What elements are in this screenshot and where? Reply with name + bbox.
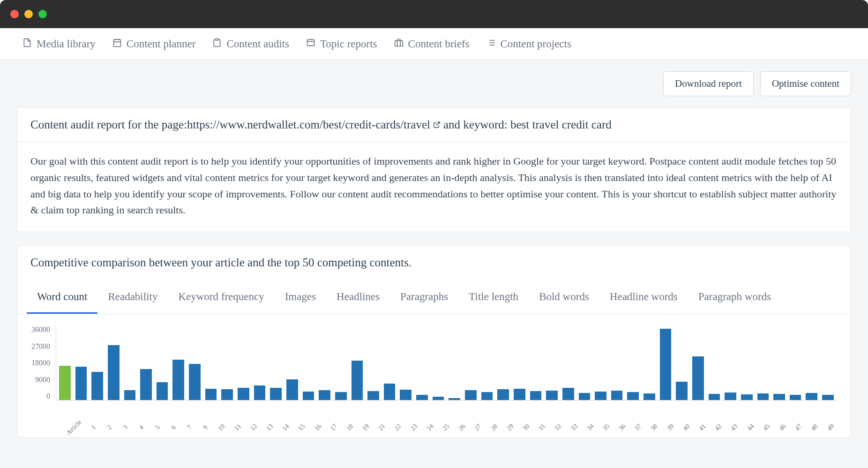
x-tick: 22 [391,421,404,434]
x-tick: 45 [760,421,773,434]
tab-images[interactable]: Images [275,281,326,314]
svg-rect-7 [395,40,403,46]
x-tick: 48 [808,421,821,434]
x-tick: 24 [423,421,436,434]
top-nav: Media libraryContent plannerContent audi… [0,28,868,60]
x-tick: 16 [311,421,324,434]
chart-bar[interactable] [238,388,249,400]
tab-bold-words[interactable]: Bold words [529,281,599,314]
chart-bar[interactable] [790,395,801,400]
chart-bar[interactable] [644,393,655,400]
tab-title-length[interactable]: Title length [458,281,529,314]
close-window-icon[interactable] [10,10,19,18]
chart-bar[interactable] [757,393,769,400]
chart-bar[interactable] [367,391,379,400]
chart-bar[interactable] [189,364,201,400]
chart-bar[interactable] [449,398,460,400]
chart-bar[interactable] [124,390,136,400]
x-tick: 35 [599,421,613,434]
chart-bar[interactable] [595,392,606,400]
chart-bar[interactable] [611,391,623,400]
comparison-tabs: Word countReadabilityKeyword frequencyIm… [17,281,851,314]
chart-bar[interactable] [335,392,347,400]
external-link-icon[interactable] [433,121,441,128]
chart-bar[interactable] [319,390,330,400]
clipboard-icon [212,38,222,50]
maximize-window-icon[interactable] [38,10,47,18]
chart-bar[interactable] [157,382,168,400]
chart-bar[interactable] [773,394,785,400]
chart-bar[interactable] [579,393,591,400]
chart-bar[interactable] [514,389,525,400]
tab-word-count[interactable]: Word count [27,281,97,314]
nav-item-label: Content planner [127,38,196,50]
chart-bar[interactable] [497,389,509,400]
tab-headlines[interactable]: Headlines [326,281,390,314]
tab-paragraphs[interactable]: Paragraphs [390,281,458,314]
tab-readability[interactable]: Readability [97,281,168,314]
report-intro: Our goal with this content audit report … [17,142,851,232]
svg-rect-5 [307,39,314,45]
tab-keyword-frequency[interactable]: Keyword frequency [168,281,274,314]
x-tick: 3 [119,421,132,434]
nav-item-content-audits[interactable]: Content audits [212,38,289,50]
chart-bar[interactable] [741,394,753,400]
chart-bar[interactable] [806,393,817,400]
x-tick: 10 [215,421,228,434]
chart-bar[interactable] [270,388,282,400]
chart-bar[interactable] [108,345,120,400]
chart-bar[interactable] [140,369,152,400]
nav-item-content-briefs[interactable]: Content briefs [394,38,470,50]
chart-bar[interactable] [709,394,720,400]
chart-bar[interactable] [692,356,704,400]
chart-bar[interactable] [59,366,71,400]
tab-paragraph-words[interactable]: Paragraph words [688,281,781,314]
chart-bar[interactable] [433,397,444,400]
x-tick: 5 [151,421,164,434]
nav-item-label: Topic reports [320,38,377,50]
tab-headline-words[interactable]: Headline words [599,281,688,314]
x-tick: 36 [616,421,629,434]
chart-bar[interactable] [530,391,542,400]
nav-item-content-planner[interactable]: Content planner [112,38,196,50]
chart-bar[interactable] [221,389,233,400]
chart-bar[interactable] [822,395,834,400]
chart-bar[interactable] [465,390,477,400]
chart-plot-area [56,325,837,400]
nav-item-content-projects[interactable]: Content projects [486,38,571,50]
chart-bar[interactable] [627,392,639,400]
y-tick: 18000 [31,359,50,367]
chart-bar[interactable] [562,388,574,400]
download-report-button[interactable]: Download report [663,71,754,96]
x-tick: 7 [183,421,196,434]
chart-bar[interactable] [384,384,396,400]
nav-item-topic-reports[interactable]: Topic reports [306,38,377,50]
optimise-content-button[interactable]: Optimise content [760,71,851,96]
x-tick: 42 [712,421,725,434]
chart-bar[interactable] [303,392,314,400]
chart-bar[interactable] [75,367,87,400]
x-tick: 49 [824,421,837,434]
chart-bar[interactable] [725,393,736,400]
nav-item-media-library[interactable]: Media library [22,38,96,50]
nav-item-label: Content audits [226,38,289,50]
chart-bar[interactable] [660,329,672,400]
chart-bar[interactable] [254,385,266,400]
minimize-window-icon[interactable] [24,10,33,18]
chart-bar[interactable] [400,390,412,400]
chart-bar[interactable] [546,391,558,400]
chart-bar[interactable] [286,379,298,400]
chart-bar[interactable] [91,372,103,400]
x-tick: 33 [568,421,581,434]
x-tick: 23 [407,421,420,434]
calendar-icon [112,38,122,50]
chart-bar[interactable] [205,389,217,400]
report-url[interactable]: https://www.nerdwallet.com/best/credit-c… [187,118,430,131]
chart-bar[interactable] [172,360,184,400]
chart-bar[interactable] [676,382,688,400]
x-tick: 47 [792,421,805,434]
chart-bar[interactable] [416,395,428,400]
chart-bar[interactable] [481,392,493,400]
nav-item-label: Content briefs [408,38,470,50]
chart-bar[interactable] [352,361,363,400]
